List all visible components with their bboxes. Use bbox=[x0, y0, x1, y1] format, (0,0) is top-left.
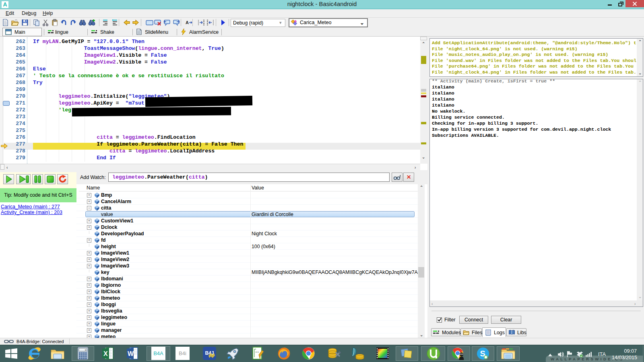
svg-text:W: W bbox=[128, 350, 134, 357]
svg-text:X: X bbox=[103, 350, 108, 357]
svg-text:++: ++ bbox=[255, 350, 259, 354]
svg-text:A: A bbox=[186, 20, 189, 25]
